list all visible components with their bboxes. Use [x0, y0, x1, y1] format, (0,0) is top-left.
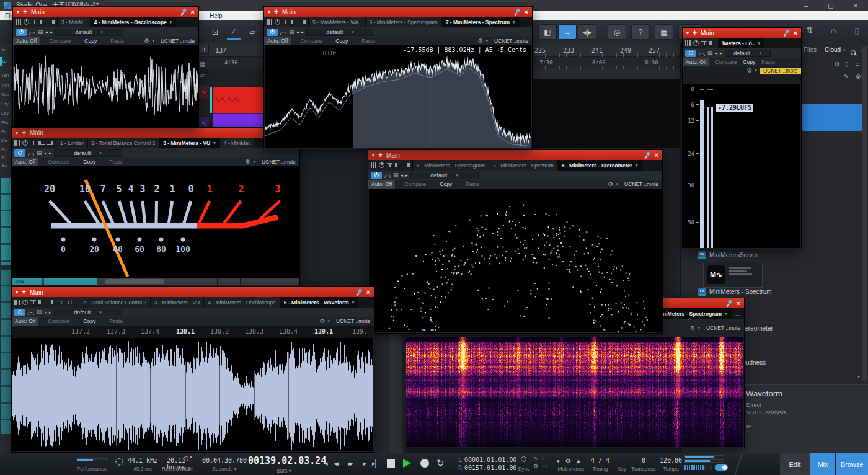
tempo-value[interactable]: 120.00: [658, 457, 683, 464]
expander-caret-icon[interactable]: ▾: [857, 374, 860, 380]
auto-chip[interactable]: Auto: Off: [264, 37, 291, 45]
tab[interactable]: 1 - Limiter: [56, 138, 88, 148]
pin-right-icon[interactable]: [48, 20, 55, 24]
track-label[interactable]: Pla: [1, 120, 8, 125]
record-button[interactable]: [420, 459, 429, 468]
pin-icon[interactable]: [356, 288, 363, 296]
preset-select[interactable]: default▾: [55, 29, 123, 36]
close-icon[interactable]: ×: [366, 289, 370, 296]
paste-button[interactable]: Paste: [102, 318, 130, 324]
track-label[interactable]: Lay: [1, 110, 9, 116]
track-label[interactable]: Tu: [1, 155, 6, 161]
track-panel-icon[interactable]: ◧: [538, 24, 557, 40]
compare-button[interactable]: Compare: [397, 181, 433, 187]
preset-file-icon[interactable]: ▤: [393, 172, 399, 178]
pin-right-icon[interactable]: [47, 141, 53, 145]
power-button[interactable]: [14, 149, 25, 157]
dial-icon[interactable]: [379, 162, 384, 168]
arrow-tool-icon[interactable]: →: [558, 24, 577, 40]
browser-item[interactable]: FX MiniMeters - Spectrum: [698, 288, 772, 296]
preset-select[interactable]: default▾: [54, 149, 122, 157]
eraser-tool-icon[interactable]: ▱: [246, 24, 259, 40]
tab[interactable]: 7 - MiniMeters - Spectrum: [489, 160, 558, 171]
channel-columns-icon[interactable]: [685, 40, 691, 46]
preset-prev-icon[interactable]: ◂: [46, 30, 48, 35]
add-tab-icon[interactable]: +: [274, 9, 278, 15]
automation-icon[interactable]: [29, 32, 35, 35]
gear-icon[interactable]: ⚙: [477, 38, 483, 44]
auto-chip[interactable]: Auto: Off: [683, 58, 709, 66]
minimize-icon[interactable]: –: [794, 0, 818, 11]
preset-select[interactable]: default▾: [410, 172, 479, 179]
mix-view-button[interactable]: Mix: [810, 453, 835, 475]
sync-label[interactable]: Sync: [515, 466, 533, 472]
automation-icon[interactable]: [280, 32, 286, 35]
channel-columns-icon[interactable]: [16, 19, 21, 25]
browser-tab-files[interactable]: Files: [804, 47, 817, 53]
gear-icon[interactable]: ⚙: [144, 38, 149, 44]
plugin-titlebar[interactable]: ▾ + Main ×: [264, 7, 532, 17]
menu-help[interactable]: Help: [205, 12, 228, 19]
gear-icon[interactable]: ⚙: [319, 318, 325, 324]
dial-icon[interactable]: [24, 19, 29, 25]
track-label[interactable]: Lay: [1, 101, 9, 107]
time-secondary[interactable]: 00.04.30.780: [200, 457, 249, 464]
preset-prev-icon[interactable]: ◂: [45, 310, 47, 315]
track-label[interactable]: De: [1, 138, 7, 143]
close-icon[interactable]: ×: [737, 300, 740, 307]
tab[interactable]: 6 - MiniMeters - Spectrogram: [366, 17, 442, 27]
window-menu-caret-icon[interactable]: ▾: [686, 30, 689, 36]
browse-view-button[interactable]: Browse: [836, 453, 868, 475]
copy-button[interactable]: Copy: [740, 59, 758, 65]
preset-file-icon[interactable]: ▤: [289, 29, 294, 35]
paste-button[interactable]: Paste: [758, 59, 778, 65]
compare-button[interactable]: Compare: [41, 159, 76, 165]
track-label[interactable]: Gro: [1, 92, 9, 97]
routing-icon[interactable]: [283, 20, 288, 25]
preset-next-icon[interactable]: ▸: [50, 30, 53, 35]
shape-tool-icon[interactable]: ▱: [200, 72, 205, 79]
preset-file-icon[interactable]: ▤: [37, 309, 42, 315]
window-menu-caret-icon[interactable]: ▾: [16, 290, 18, 295]
power-button[interactable]: [16, 29, 27, 36]
split-tool-icon[interactable]: ◂|▸: [578, 24, 596, 40]
metronome-label[interactable]: Metronome: [552, 466, 590, 472]
more-tabs-button[interactable]: …: [789, 38, 802, 48]
preset-select[interactable]: default▾: [725, 50, 771, 57]
dial-icon[interactable]: [22, 140, 28, 146]
pin-right-icon[interactable]: [47, 300, 53, 304]
audio-clip-red[interactable]: ∿∿∿∿: [213, 87, 264, 113]
play-button[interactable]: [403, 459, 411, 468]
routing-icon[interactable]: [387, 163, 392, 168]
preset-next-icon[interactable]: ▸: [301, 30, 304, 35]
paste-button[interactable]: Paste: [104, 38, 131, 44]
plugin-titlebar[interactable]: ▾ + Main ×: [683, 28, 801, 38]
pin-left-icon[interactable]: [38, 300, 45, 304]
track-label[interactable]: Ten: [1, 73, 9, 78]
tab[interactable]: 4 - MiniMeters - Oscilloscope: [204, 297, 280, 308]
clear-filter-icon[interactable]: ⊗: [856, 73, 861, 80]
auto-chip[interactable]: Auto: Off: [12, 158, 38, 166]
fader-bar[interactable]: [44, 278, 97, 285]
preset-select[interactable]: default▾: [54, 309, 122, 316]
tab-active[interactable]: iMeters - Lo..▾: [719, 38, 764, 48]
power-button[interactable]: [685, 50, 696, 57]
sync-power-icon[interactable]: [521, 456, 526, 462]
track-label[interactable]: Au: [1, 163, 7, 169]
pin-left-icon[interactable]: [38, 141, 45, 145]
track-label[interactable]: Fo: [1, 147, 7, 153]
close-icon[interactable]: ×: [191, 9, 195, 16]
loop-icon[interactable]: ↻: [436, 458, 445, 469]
add-tab-icon[interactable]: +: [23, 9, 27, 15]
add-tab-icon[interactable]: +: [693, 30, 697, 36]
scrollbar-handle[interactable]: [105, 279, 164, 284]
remote-button[interactable]: UCNET ..mote: [760, 68, 801, 74]
add-track-button[interactable]: +: [200, 45, 209, 54]
window-menu-caret-icon[interactable]: ▾: [268, 9, 270, 15]
plugin-thumbnail-card[interactable]: M∿: [703, 262, 763, 288]
page-icon[interactable]: ▯: [854, 25, 859, 35]
more-tabs-button[interactable]: …: [650, 160, 663, 171]
tab-active[interactable]: 7 - MiniMeters - Spectrum▾: [442, 17, 520, 27]
key-value[interactable]: -: [615, 457, 629, 464]
preset-prev-icon[interactable]: ◂: [401, 173, 404, 178]
